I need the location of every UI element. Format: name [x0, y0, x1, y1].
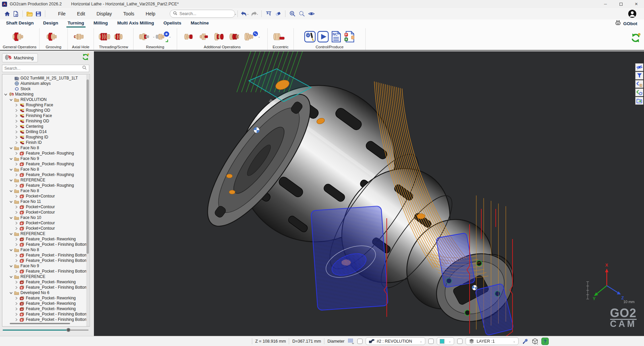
nc-output-button[interactable]: NC — [330, 31, 342, 43]
layer-selector[interactable]: LAYER :1 ⌄ — [466, 337, 519, 345]
tree-item[interactable]: REFERENCE — [2, 274, 90, 279]
machining-panel-tab[interactable]: Machining — [2, 53, 38, 62]
vertical-scrollbar[interactable] — [86, 75, 89, 327]
chevron-down-icon[interactable]: ⌄ — [169, 35, 171, 38]
expander-closed-icon[interactable] — [14, 286, 18, 289]
tree-item[interactable]: Face No 11 — [2, 199, 90, 204]
tree-item[interactable]: Feature_Pocket- Reworking — [2, 279, 90, 285]
screw-tool-button[interactable] — [114, 31, 128, 43]
sync-green-icon[interactable] — [631, 33, 641, 44]
eraser-icon[interactable] — [273, 9, 283, 18]
rework-transfer-button[interactable]: ⌄ — [155, 31, 171, 43]
save-icon[interactable] — [34, 9, 43, 18]
tree-item[interactable]: REVOLUTION — [2, 97, 90, 102]
global-search[interactable]: ⌄ — [170, 10, 235, 18]
expander-closed-icon[interactable] — [14, 114, 18, 117]
expander-closed-icon[interactable] — [14, 141, 18, 144]
tree-item[interactable]: GO2 TurnMill_H_2S_1UTB_1LT — [2, 75, 90, 81]
redo-icon[interactable]: ⌄ — [250, 9, 259, 18]
expander-closed-icon[interactable] — [14, 318, 18, 321]
tree-item[interactable]: Feature_Pocket - Finishing Bottom — [2, 285, 90, 290]
tab-opelists[interactable]: Opelists — [159, 19, 186, 27]
zoom-in-icon[interactable] — [288, 9, 297, 18]
expander-open-icon[interactable] — [9, 157, 13, 160]
tree-item[interactable]: Machining — [2, 92, 90, 97]
expander-open-icon[interactable] — [9, 168, 13, 171]
expander-closed-icon[interactable] — [14, 125, 18, 128]
expander-open-icon[interactable] — [9, 232, 13, 235]
expander-closed-icon[interactable] — [14, 130, 18, 133]
tree-item[interactable]: Face No 10 — [2, 215, 90, 220]
expander-closed-icon[interactable] — [14, 104, 18, 107]
expander-closed-icon[interactable] — [14, 120, 18, 123]
menu-help[interactable]: Help — [140, 9, 161, 18]
tree-zoom-slider[interactable] — [3, 328, 89, 332]
expander-open-icon[interactable] — [9, 216, 13, 219]
expander-closed-icon[interactable] — [14, 184, 18, 187]
expander-closed-icon[interactable] — [14, 259, 18, 262]
tree-item[interactable]: Roughing OD — [2, 108, 90, 113]
tree-item[interactable]: Feature_Pocket- Roughing — [2, 183, 90, 188]
drill-tool-button[interactable] — [73, 31, 88, 43]
close-button[interactable]: ✕ — [629, 0, 644, 8]
menu-tools[interactable]: Tools — [118, 9, 140, 18]
expander-closed-icon[interactable] — [14, 243, 18, 246]
expander-closed-icon[interactable] — [14, 281, 18, 284]
tree-search-input[interactable] — [4, 66, 82, 71]
expander-closed-icon[interactable] — [14, 302, 18, 305]
chevron-down-icon[interactable]: ⌄ — [152, 35, 155, 38]
grid-snap-icon[interactable] — [347, 338, 354, 344]
tree-item[interactable]: Face No 8 — [2, 167, 90, 172]
groove-tool-button[interactable] — [46, 31, 61, 43]
tree-item[interactable]: Roughing ID — [2, 134, 90, 140]
tree-item[interactable]: Centering — [2, 124, 90, 129]
expander-closed-icon[interactable] — [14, 173, 18, 176]
tree-item[interactable]: Finishing Face — [2, 113, 90, 118]
user-account-icon[interactable] — [628, 9, 637, 18]
slider-handle[interactable] — [66, 328, 70, 332]
tree-item[interactable]: Feature_Pocket- Roughing — [2, 161, 90, 167]
expander-closed-icon[interactable] — [14, 254, 18, 257]
expander-open-icon[interactable] — [9, 189, 13, 192]
tab-multi-axis-milling[interactable]: Multi Axis Milling — [113, 19, 159, 27]
thread-tool-button[interactable] — [99, 31, 113, 43]
attributes-tools-icon[interactable] — [522, 338, 529, 345]
undo-icon[interactable]: ⌄ — [240, 9, 250, 18]
tree-item[interactable]: Feature_Pocket - Finishing Bottom — [2, 311, 90, 317]
expander-closed-icon[interactable] — [14, 195, 18, 198]
menu-edit[interactable]: Edit — [71, 9, 91, 18]
addop-knurl-button[interactable] — [229, 31, 244, 43]
view-eye-icon[interactable] — [307, 9, 316, 18]
filter-icon[interactable] — [635, 72, 643, 79]
tree-item[interactable]: Finishing OD — [2, 118, 90, 124]
turn-tool-disc-button[interactable] — [12, 31, 27, 43]
tab-machine[interactable]: Machine — [186, 19, 214, 27]
tree-item[interactable]: Face No 9 — [2, 263, 90, 269]
help-button[interactable]: ? — [541, 338, 549, 345]
tree-item[interactable]: Developed No 6 — [2, 290, 90, 295]
tree-item[interactable]: Feature_Pocket- Reworking — [2, 301, 90, 306]
tree-item[interactable]: Face No 8 — [2, 145, 90, 151]
tree-item[interactable]: Feature_Pocket - Finishing Bottom — [2, 258, 90, 263]
addop-plunge-button[interactable] — [184, 31, 199, 43]
tree-item[interactable]: Pocket+Contour — [2, 193, 90, 199]
maximize-button[interactable] — [613, 0, 629, 8]
expander-closed-icon[interactable] — [14, 206, 18, 209]
expander-closed-icon[interactable] — [14, 307, 18, 310]
tree-item[interactable]: Pocket+Contour — [2, 204, 90, 210]
simulation-play-button[interactable] — [317, 31, 329, 43]
tree-item[interactable]: Drilling D14 — [2, 129, 90, 134]
addop-probe-button[interactable]: ⌄ — [245, 31, 261, 43]
new-document-icon[interactable] — [11, 9, 20, 18]
tab-shaft-design[interactable]: Shaft Design — [1, 19, 39, 27]
home-icon[interactable] — [3, 9, 11, 18]
tree-item[interactable]: Stock — [2, 86, 90, 92]
spindle-checkbox[interactable] — [357, 339, 363, 344]
expander-closed-icon[interactable] — [14, 297, 18, 300]
expander-open-icon[interactable] — [9, 147, 13, 150]
expander-open-icon[interactable] — [9, 248, 13, 251]
tree-search[interactable] — [2, 65, 89, 72]
color-checkbox[interactable] — [428, 339, 434, 344]
expander-open-icon[interactable] — [9, 291, 13, 294]
expander-closed-icon[interactable] — [14, 109, 18, 112]
